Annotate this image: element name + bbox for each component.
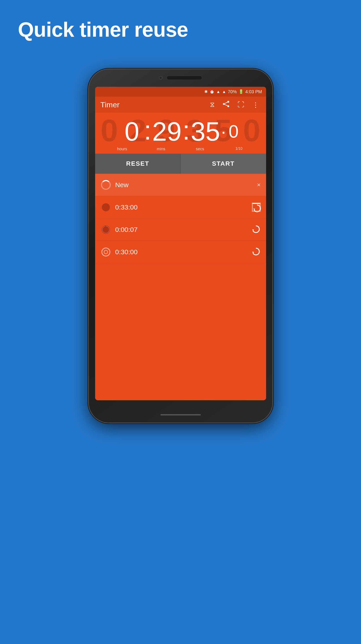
timer-dot: ·	[221, 122, 226, 140]
timer-item-reload-3[interactable]	[252, 247, 261, 257]
timer-item-label-0: New	[115, 181, 253, 189]
timer-numbers-row: 0 : 29 : 35 · 0	[101, 117, 261, 146]
timer-tenths[interactable]: 0	[227, 122, 240, 140]
timer-item-reload-1[interactable]	[252, 203, 261, 212]
timer-item-icon-1	[101, 202, 111, 213]
timer-item-label-3: 0:30:00	[115, 248, 248, 256]
wifi-icon: ▲	[216, 90, 220, 94]
timer-label-tenths: 1/10	[220, 147, 258, 152]
status-time: 4:03 PM	[245, 89, 262, 94]
timer-item-icon-spinning	[101, 180, 111, 190]
timer-minutes[interactable]: 29	[152, 118, 182, 145]
timer-list-item[interactable]: 0:00:07	[95, 218, 266, 241]
svg-point-8	[102, 248, 110, 256]
front-camera	[159, 76, 162, 80]
timer-list: New × 0:33:00	[95, 174, 266, 263]
hourglass-icon[interactable]: ⧖	[208, 99, 216, 110]
battery-percent: 70%	[228, 89, 237, 94]
timer-colon-2: :	[182, 117, 190, 146]
timer-colon-1: :	[144, 117, 151, 146]
timer-seconds[interactable]: 35	[191, 118, 220, 145]
timer-list-item[interactable]: 0:33:00	[95, 196, 266, 218]
phone-home-indicator	[160, 414, 201, 416]
timer-item-close-0[interactable]: ×	[257, 181, 260, 188]
svg-point-6	[103, 204, 109, 210]
phone-top-bezel	[159, 76, 202, 80]
timer-label-secs: secs	[181, 147, 220, 152]
expand-icon[interactable]: ⛶	[236, 99, 246, 110]
timer-label-mins: mins	[142, 147, 181, 152]
timer-item-icon-3	[101, 247, 111, 258]
timer-item-reload-2[interactable]	[252, 225, 261, 234]
phone-body: ✱ ⏰ ▲ ▲ 70% 🔋 4:03 PM Timer	[89, 69, 272, 422]
timer-list-item[interactable]: New ×	[95, 174, 266, 196]
status-icons: ✱ ⏰ ▲ ▲ 70% 🔋 4:03 PM	[204, 89, 262, 94]
svg-line-4	[224, 104, 228, 106]
status-bar: ✱ ⏰ ▲ ▲ 70% 🔋 4:03 PM	[95, 87, 266, 96]
bluetooth-icon: ✱	[204, 89, 208, 94]
earpiece-speaker	[167, 76, 202, 80]
app-toolbar: Timer ⧖ ⛶ ⋮	[95, 96, 266, 113]
timer-list-item[interactable]: 0:30:00	[95, 241, 266, 263]
alarm-icon: ⏰	[209, 89, 214, 94]
battery-icon: 🔋	[239, 89, 243, 94]
timer-item-icon-2	[101, 224, 111, 235]
timer-display: 0 2 9 3 5 0 0 : 29 : 35 · 0	[95, 113, 266, 154]
share-icon[interactable]	[221, 99, 231, 111]
svg-line-3	[224, 102, 228, 104]
more-options-icon[interactable]: ⋮	[250, 99, 261, 110]
timer-labels-row: hours mins secs 1/10	[101, 147, 261, 152]
page-title: Quick timer reuse	[18, 18, 188, 41]
timer-label-hours: hours	[103, 147, 142, 152]
start-button[interactable]: START	[181, 154, 266, 174]
phone-screen: ✱ ⏰ ▲ ▲ 70% 🔋 4:03 PM Timer	[95, 87, 266, 400]
signal-icon: ▲	[222, 90, 226, 94]
phone-mockup: ✱ ⏰ ▲ ▲ 70% 🔋 4:03 PM Timer	[89, 69, 272, 606]
app-title: Timer	[101, 100, 204, 109]
timer-item-label-1: 0:33:00	[115, 204, 248, 211]
timer-item-label-2: 0:00:07	[115, 226, 248, 234]
timer-hours[interactable]: 0	[121, 118, 143, 145]
control-buttons: RESET START	[95, 154, 266, 174]
svg-point-9	[104, 250, 108, 254]
reset-button[interactable]: RESET	[95, 154, 181, 174]
